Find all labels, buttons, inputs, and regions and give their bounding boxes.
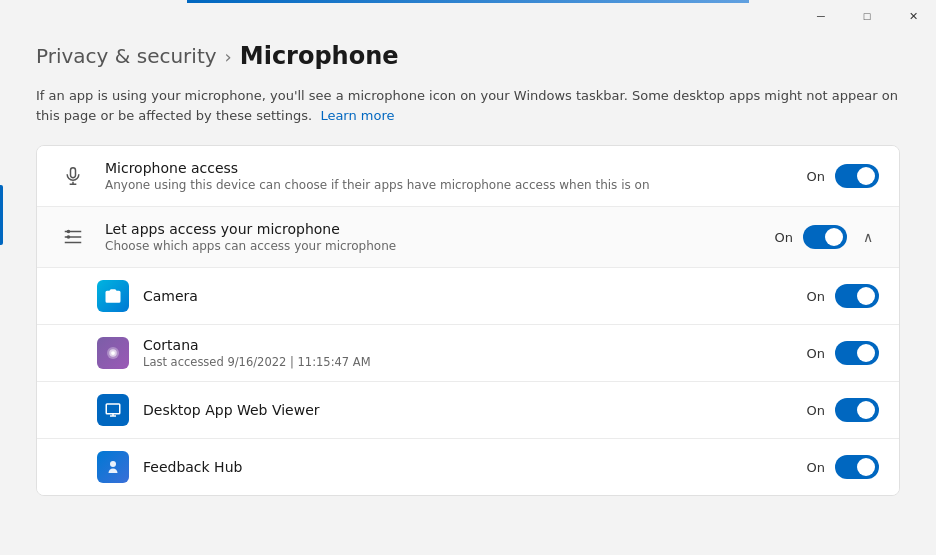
- let-apps-subtitle: Choose which apps can access your microp…: [105, 239, 759, 253]
- svg-rect-0: [71, 168, 76, 178]
- cortana-app-subtitle: Last accessed 9/16/2022 | 11:15:47 AM: [143, 355, 793, 369]
- microphone-access-status: On: [807, 169, 825, 184]
- let-apps-control: On ∧: [775, 225, 879, 249]
- cortana-app-control: On: [807, 341, 879, 365]
- desktop-app-name: Desktop App Web Viewer: [143, 402, 793, 418]
- settings-container: Microphone access Anyone using this devi…: [36, 145, 900, 496]
- page-description: If an app is using your microphone, you'…: [36, 86, 900, 125]
- learn-more-link[interactable]: Learn more: [320, 108, 394, 123]
- app-row-cortana: Cortana Last accessed 9/16/2022 | 11:15:…: [37, 325, 899, 382]
- microphone-icon: [57, 160, 89, 192]
- feedback-app-name: Feedback Hub: [143, 459, 793, 475]
- feedback-app-text: Feedback Hub: [143, 459, 793, 475]
- let-apps-status: On: [775, 230, 793, 245]
- main-content: Privacy & security › Microphone If an ap…: [0, 6, 936, 496]
- title-bar: ─ □ ✕: [798, 0, 936, 32]
- desktop-app-toggle[interactable]: [835, 398, 879, 422]
- close-button[interactable]: ✕: [890, 0, 936, 32]
- desktop-app-icon: [97, 394, 129, 426]
- apps-icon: [57, 221, 89, 253]
- progress-bar: [0, 0, 936, 3]
- camera-app-text: Camera: [143, 288, 793, 304]
- feedback-app-status: On: [807, 460, 825, 475]
- camera-app-name: Camera: [143, 288, 793, 304]
- app-row-camera: Camera On: [37, 268, 899, 325]
- camera-app-status: On: [807, 289, 825, 304]
- microphone-access-row: Microphone access Anyone using this devi…: [37, 146, 899, 207]
- description-text: If an app is using your microphone, you'…: [36, 88, 898, 123]
- cortana-app-toggle[interactable]: [835, 341, 879, 365]
- microphone-access-subtitle: Anyone using this device can choose if t…: [105, 178, 791, 192]
- let-apps-text: Let apps access your microphone Choose w…: [105, 221, 759, 253]
- svg-point-10: [111, 351, 115, 355]
- breadcrumb-current: Microphone: [240, 42, 399, 70]
- camera-app-toggle[interactable]: [835, 284, 879, 308]
- svg-point-7: [67, 235, 71, 239]
- breadcrumb-separator: ›: [225, 46, 232, 67]
- maximize-button[interactable]: □: [844, 0, 890, 32]
- desktop-app-control: On: [807, 398, 879, 422]
- app-row-desktop: Desktop App Web Viewer On: [37, 382, 899, 439]
- desktop-app-text: Desktop App Web Viewer: [143, 402, 793, 418]
- left-accent: [0, 185, 3, 245]
- feedback-app-control: On: [807, 455, 879, 479]
- microphone-access-toggle[interactable]: [835, 164, 879, 188]
- camera-app-control: On: [807, 284, 879, 308]
- let-apps-toggle[interactable]: [803, 225, 847, 249]
- cortana-app-icon: [97, 337, 129, 369]
- cortana-app-status: On: [807, 346, 825, 361]
- cortana-app-name: Cortana: [143, 337, 793, 353]
- minimize-button[interactable]: ─: [798, 0, 844, 32]
- breadcrumb: Privacy & security › Microphone: [36, 42, 900, 70]
- desktop-app-status: On: [807, 403, 825, 418]
- breadcrumb-parent[interactable]: Privacy & security: [36, 44, 217, 68]
- svg-rect-11: [106, 404, 120, 414]
- let-apps-expand[interactable]: ∧: [857, 227, 879, 247]
- app-row-feedback: Feedback Hub On: [37, 439, 899, 495]
- feedback-app-icon: [97, 451, 129, 483]
- cortana-app-text: Cortana Last accessed 9/16/2022 | 11:15:…: [143, 337, 793, 369]
- feedback-app-toggle[interactable]: [835, 455, 879, 479]
- camera-app-icon: [97, 280, 129, 312]
- microphone-access-title: Microphone access: [105, 160, 791, 176]
- let-apps-row: Let apps access your microphone Choose w…: [37, 207, 899, 268]
- svg-point-6: [67, 230, 71, 234]
- microphone-access-control: On: [807, 164, 879, 188]
- let-apps-title: Let apps access your microphone: [105, 221, 759, 237]
- microphone-access-text: Microphone access Anyone using this devi…: [105, 160, 791, 192]
- svg-point-14: [110, 461, 116, 467]
